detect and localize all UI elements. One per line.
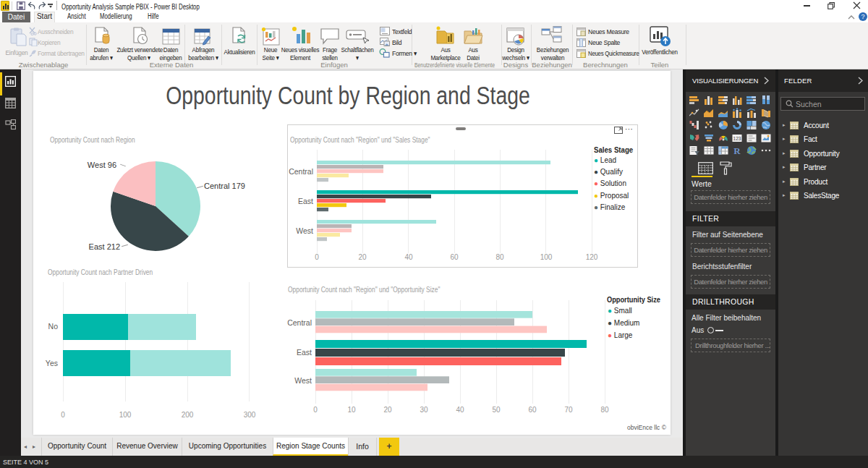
svg-text:80: 80 bbox=[600, 406, 609, 414]
svg-text:60: 60 bbox=[450, 253, 459, 261]
svg-text:123: 123 bbox=[733, 136, 741, 141]
svg-text:40: 40 bbox=[456, 406, 464, 414]
svg-text:40: 40 bbox=[404, 253, 413, 261]
svg-text:0: 0 bbox=[61, 411, 65, 419]
svg-text:0: 0 bbox=[313, 406, 318, 414]
svg-text:20: 20 bbox=[358, 253, 367, 261]
svg-text:50: 50 bbox=[492, 406, 501, 414]
svg-text:20: 20 bbox=[383, 406, 392, 414]
svg-text:80: 80 bbox=[495, 253, 504, 261]
svg-text:300: 300 bbox=[244, 411, 256, 419]
svg-text:200: 200 bbox=[182, 411, 194, 419]
svg-text:0: 0 bbox=[315, 253, 319, 261]
svg-text:120: 120 bbox=[586, 253, 598, 261]
svg-text:30: 30 bbox=[420, 406, 428, 414]
svg-text:100: 100 bbox=[540, 253, 553, 261]
svg-text:10: 10 bbox=[347, 406, 356, 414]
svg-text:60: 60 bbox=[528, 406, 537, 414]
svg-text:100: 100 bbox=[119, 411, 132, 419]
svg-text:R: R bbox=[734, 145, 741, 156]
svg-text:70: 70 bbox=[564, 406, 573, 414]
